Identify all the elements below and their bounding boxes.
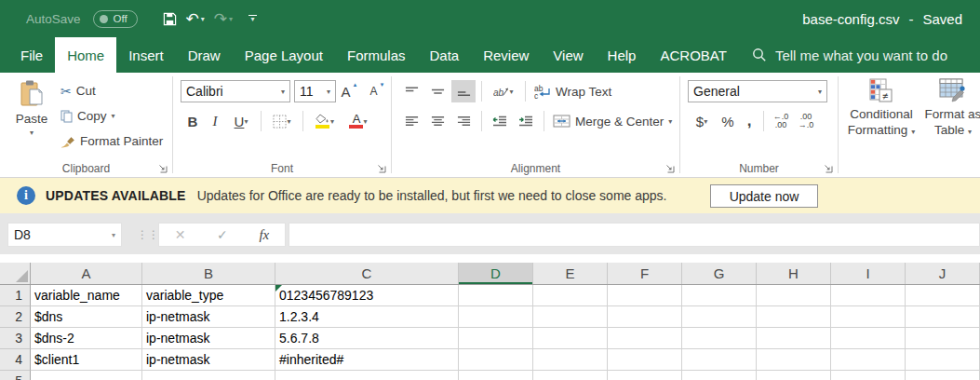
tab-data[interactable]: Data: [417, 37, 471, 73]
tab-file[interactable]: File: [8, 37, 55, 73]
cell-G4[interactable]: [682, 349, 757, 371]
underline-button[interactable]: U ▾: [227, 110, 255, 132]
cell-A2[interactable]: $dns: [31, 306, 142, 328]
cell-D1[interactable]: [459, 285, 533, 306]
font-color-button[interactable]: A ▾: [342, 110, 374, 132]
align-center-button[interactable]: [425, 110, 450, 132]
row-header-1[interactable]: 1: [0, 285, 31, 306]
conditional-formatting-button[interactable]: ≠ Conditional Formatting ▾: [842, 78, 920, 140]
cell-H2[interactable]: [757, 306, 831, 328]
cell-H3[interactable]: [757, 328, 831, 349]
column-header-A[interactable]: A: [31, 263, 142, 284]
tab-insert[interactable]: Insert: [116, 37, 176, 73]
save-button[interactable]: [160, 7, 180, 31]
redo-button[interactable]: ↷ ▾: [211, 7, 235, 31]
cell-G5[interactable]: [682, 371, 757, 380]
cell-A5[interactable]: [31, 371, 142, 380]
tab-help[interactable]: Help: [596, 37, 649, 73]
tab-acrobat[interactable]: ACROBAT: [648, 37, 738, 73]
column-header-J[interactable]: J: [906, 263, 980, 284]
cell-I5[interactable]: [831, 371, 906, 380]
format-as-table-button[interactable]: Format as Table ▾: [924, 78, 980, 140]
cell-J3[interactable]: [906, 328, 980, 349]
cell-F2[interactable]: [608, 306, 682, 328]
increase-font-size-button[interactable]: A ▲: [340, 80, 364, 102]
insert-function-button[interactable]: fx: [259, 227, 269, 243]
name-box[interactable]: D8 ▾: [7, 223, 122, 247]
font-name-select[interactable]: Calibri ▾: [181, 80, 290, 102]
column-header-B[interactable]: B: [142, 263, 275, 284]
number-format-select[interactable]: General ▾: [688, 80, 827, 102]
cell-J5[interactable]: [906, 371, 980, 380]
cell-H5[interactable]: [757, 371, 831, 380]
font-dialog-launcher[interactable]: [376, 163, 386, 173]
autosave-toggle[interactable]: Off: [93, 10, 138, 28]
cell-J4[interactable]: [906, 349, 980, 371]
cell-I4[interactable]: [831, 349, 906, 371]
column-header-G[interactable]: G: [682, 263, 757, 284]
orientation-button[interactable]: ab ▾: [488, 80, 519, 102]
cell-F4[interactable]: [608, 349, 682, 371]
font-size-select[interactable]: 11 ▾: [294, 80, 336, 102]
tab-home[interactable]: Home: [55, 37, 116, 73]
row-header-4[interactable]: 4: [0, 349, 31, 371]
cell-F3[interactable]: [608, 328, 682, 349]
align-left-button[interactable]: [399, 110, 423, 132]
row-header-5[interactable]: 5: [0, 371, 31, 380]
clipboard-dialog-launcher[interactable]: [157, 163, 168, 173]
cell-J2[interactable]: [906, 306, 980, 328]
cell-C2[interactable]: 1.2.3.4: [275, 306, 459, 328]
accounting-format-button[interactable]: $ ▾: [688, 110, 716, 132]
fill-color-button[interactable]: ▾: [309, 110, 341, 132]
cell-A3[interactable]: $dns-2: [31, 328, 142, 349]
cell-I3[interactable]: [831, 328, 906, 349]
update-now-button[interactable]: Update now: [710, 184, 818, 208]
cell-J1[interactable]: [906, 285, 980, 306]
tab-formulas[interactable]: Formulas: [335, 37, 418, 73]
number-dialog-launcher[interactable]: [823, 163, 833, 173]
cell-I1[interactable]: [831, 285, 906, 306]
enter-icon[interactable]: ✓: [217, 227, 228, 242]
middle-align-button[interactable]: [425, 80, 450, 102]
cell-B5[interactable]: [142, 371, 275, 380]
customize-quick-access-toolbar-button[interactable]: ▾: [248, 15, 257, 23]
cell-H1[interactable]: [757, 285, 831, 306]
cell-D5[interactable]: [459, 371, 533, 380]
decrease-font-size-button[interactable]: A ▼: [368, 80, 392, 102]
cell-D2[interactable]: [459, 306, 533, 328]
cell-E4[interactable]: [533, 349, 608, 371]
column-header-I[interactable]: I: [831, 263, 906, 284]
copy-button[interactable]: Copy ▾: [58, 105, 166, 127]
tell-me-search[interactable]: Tell me what you want to do: [752, 37, 947, 73]
decrease-decimal-button[interactable]: .00 →.0: [794, 110, 818, 132]
top-align-button[interactable]: [399, 80, 423, 102]
decrease-indent-button[interactable]: [488, 110, 512, 132]
tab-review[interactable]: Review: [471, 37, 541, 73]
tab-page-layout[interactable]: Page Layout: [233, 37, 335, 73]
cell-A4[interactable]: $client1: [31, 349, 142, 371]
cell-H4[interactable]: [757, 349, 831, 371]
increase-decimal-button[interactable]: ←.0 .00: [769, 110, 793, 132]
cell-G3[interactable]: [682, 328, 757, 349]
cell-C5[interactable]: [275, 371, 459, 380]
tab-view[interactable]: View: [541, 37, 595, 73]
bold-button[interactable]: B: [182, 110, 203, 132]
cell-B2[interactable]: ip-netmask: [142, 306, 275, 328]
cell-F1[interactable]: [608, 285, 682, 306]
cell-B1[interactable]: variable_type: [142, 285, 275, 306]
select-all-button[interactable]: [0, 263, 31, 284]
cell-B3[interactable]: ip-netmask: [142, 328, 275, 349]
alignment-dialog-launcher[interactable]: [665, 163, 675, 173]
wrap-text-button[interactable]: ab c Wrap Text: [531, 81, 614, 102]
row-header-3[interactable]: 3: [0, 328, 31, 349]
column-header-C[interactable]: C: [275, 263, 459, 284]
borders-button[interactable]: ▾: [267, 110, 297, 132]
cut-button[interactable]: ✂ Cut: [58, 80, 166, 102]
cell-G2[interactable]: [682, 306, 757, 328]
formula-bar-resize-handle[interactable]: ⋮⋮: [137, 223, 159, 247]
column-header-D[interactable]: D: [459, 263, 533, 284]
increase-indent-button[interactable]: [514, 110, 538, 132]
cell-E5[interactable]: [533, 371, 608, 380]
column-header-H[interactable]: H: [757, 263, 831, 284]
column-header-E[interactable]: E: [533, 263, 608, 284]
